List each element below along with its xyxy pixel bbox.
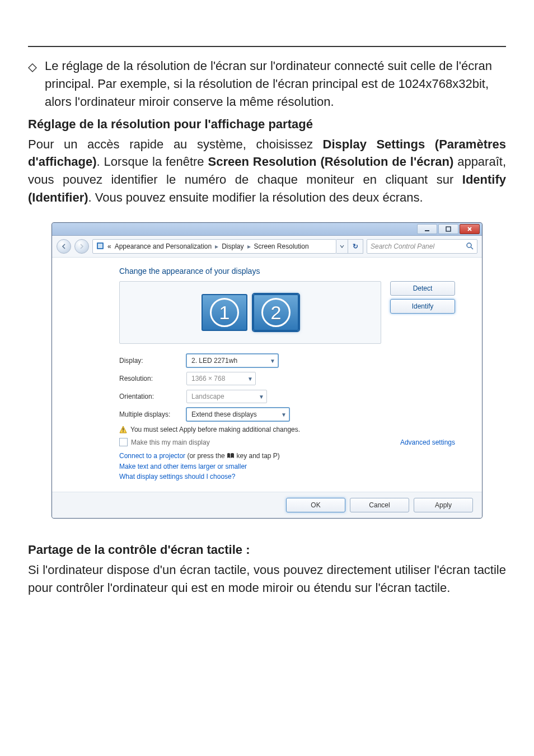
refresh-button[interactable]: ↻ xyxy=(348,239,363,254)
nav-back-button[interactable] xyxy=(57,239,71,254)
svg-line-6 xyxy=(471,247,473,249)
intro-paragraph: Pour un accès rapide au système, choisis… xyxy=(28,136,506,207)
breadcrumb-bar[interactable]: « Appearance and Personalization ▸ Displ… xyxy=(92,239,336,254)
search-icon xyxy=(466,242,474,251)
svg-rect-8 xyxy=(123,428,123,431)
touch-heading: Partage de la contrôle d'écran tactile : xyxy=(28,541,506,559)
orientation-label: Orientation: xyxy=(119,393,181,400)
combo-value: 1366 × 768 xyxy=(191,375,225,382)
breadcrumb-dropdown-button[interactable] xyxy=(336,239,348,254)
svg-rect-2 xyxy=(446,227,451,231)
para-text: . Vous pouvez ensuite modifier la résolu… xyxy=(88,190,423,204)
section-subheading: Réglage de la résolution pour l'affichag… xyxy=(28,115,506,133)
svg-point-5 xyxy=(467,243,471,248)
projector-link[interactable]: Connect to a projector xyxy=(119,452,187,460)
button-label: Cancel xyxy=(369,501,390,509)
svg-rect-9 xyxy=(123,431,123,432)
identify-button[interactable]: Identify xyxy=(390,299,455,314)
control-panel-icon xyxy=(96,242,104,251)
search-input[interactable]: Search Control Panel xyxy=(367,239,477,254)
projector-note-tail: key and tap P) xyxy=(235,452,280,460)
apply-button[interactable]: Apply xyxy=(414,498,473,512)
main-display-label: Make this my main display xyxy=(131,438,210,446)
svg-marker-0 xyxy=(29,64,36,72)
button-label: Detect xyxy=(413,284,433,292)
window-titlebar xyxy=(52,223,482,236)
pane-heading: Change the appearance of your displays xyxy=(119,267,455,276)
chevron-right-icon: ▸ xyxy=(247,242,251,250)
address-bar-row: « Appearance and Personalization ▸ Displ… xyxy=(52,236,482,258)
window-frame: « Appearance and Personalization ▸ Displ… xyxy=(51,222,483,519)
link-text: Connect to a projector xyxy=(119,452,185,460)
monitor-preview-area[interactable]: 1 2 xyxy=(119,281,381,344)
chevron-right-icon: ▸ xyxy=(215,242,218,250)
close-button[interactable] xyxy=(460,224,480,234)
orientation-combo[interactable]: Landscape▼ xyxy=(186,390,267,403)
monitor-icon-1[interactable]: 1 xyxy=(202,294,247,331)
warning-line: You must select Apply before making addi… xyxy=(119,426,455,433)
projector-note-pre: (or press the xyxy=(187,452,227,460)
main-display-checkbox[interactable] xyxy=(119,438,128,446)
multiple-displays-label: Multiple displays: xyxy=(119,410,181,418)
screenshot-container: « Appearance and Personalization ▸ Displ… xyxy=(51,222,483,519)
chevron-down-icon: ▼ xyxy=(270,358,275,364)
combo-value: Landscape xyxy=(191,393,224,400)
button-label: Identify xyxy=(412,302,434,310)
cancel-button[interactable]: Cancel xyxy=(350,498,409,512)
breadcrumb-seg-display[interactable]: Display xyxy=(222,242,243,250)
chevron-down-icon: ▼ xyxy=(247,376,253,382)
bullet-text: Le réglage de la résolution de l'écran s… xyxy=(45,57,506,111)
para-text: . Lorsque la fenêtre xyxy=(97,155,208,169)
breadcrumb-seg-appearance[interactable]: Appearance and Personalization xyxy=(115,242,212,250)
diamond-bullet-icon xyxy=(28,59,37,77)
monitor-number: 2 xyxy=(271,302,282,324)
breadcrumb-chevrons: « xyxy=(107,242,111,250)
svg-rect-4 xyxy=(98,244,102,248)
detect-button[interactable]: Detect xyxy=(390,281,455,296)
multiple-displays-combo[interactable]: Extend these displays▼ xyxy=(186,408,289,421)
monitor-number: 1 xyxy=(219,302,230,324)
ok-button[interactable]: OK xyxy=(286,498,345,512)
warning-text: You must select Apply before making addi… xyxy=(130,426,300,433)
display-combo[interactable]: 2. LED 2271wh▼ xyxy=(186,354,278,367)
monitor-icon-2[interactable]: 2 xyxy=(253,294,299,331)
touch-paragraph: Si l'ordinateur dispose d'un écran tacti… xyxy=(28,561,506,597)
dialog-button-row: OK Cancel Apply xyxy=(52,492,482,518)
warning-icon xyxy=(119,426,127,433)
advanced-settings-link[interactable]: Advanced settings xyxy=(400,438,455,446)
horizontal-rule xyxy=(28,46,506,47)
content-pane: Change the appearance of your displays 1… xyxy=(52,258,482,492)
combo-value: 2. LED 2271wh xyxy=(191,357,237,365)
button-label: Apply xyxy=(435,501,452,509)
para-bold-2: Screen Resolution (Résolution de l'écran… xyxy=(208,155,454,169)
resolution-label: Resolution: xyxy=(119,375,181,382)
combo-value: Extend these displays xyxy=(191,410,257,418)
display-label: Display: xyxy=(119,357,181,365)
minimize-button[interactable] xyxy=(417,224,437,234)
windows-key-icon xyxy=(227,452,235,460)
maximize-button[interactable] xyxy=(438,224,458,234)
nav-forward-button[interactable] xyxy=(74,239,89,254)
chevron-down-icon: ▼ xyxy=(259,394,264,400)
button-label: OK xyxy=(311,501,320,509)
chevron-down-icon: ▼ xyxy=(281,412,287,418)
breadcrumb-seg-screenres[interactable]: Screen Resolution xyxy=(254,242,309,250)
text-size-link[interactable]: Make text and other items larger or smal… xyxy=(119,463,455,470)
which-settings-link[interactable]: What display settings should I choose? xyxy=(119,473,455,480)
resolution-combo[interactable]: 1366 × 768▼ xyxy=(186,372,256,385)
search-placeholder: Search Control Panel xyxy=(371,242,434,250)
svg-rect-1 xyxy=(425,230,429,231)
bullet-item: Le réglage de la résolution de l'écran s… xyxy=(28,57,506,111)
para-text: Pour un accès rapide au système, choisis… xyxy=(28,137,323,151)
